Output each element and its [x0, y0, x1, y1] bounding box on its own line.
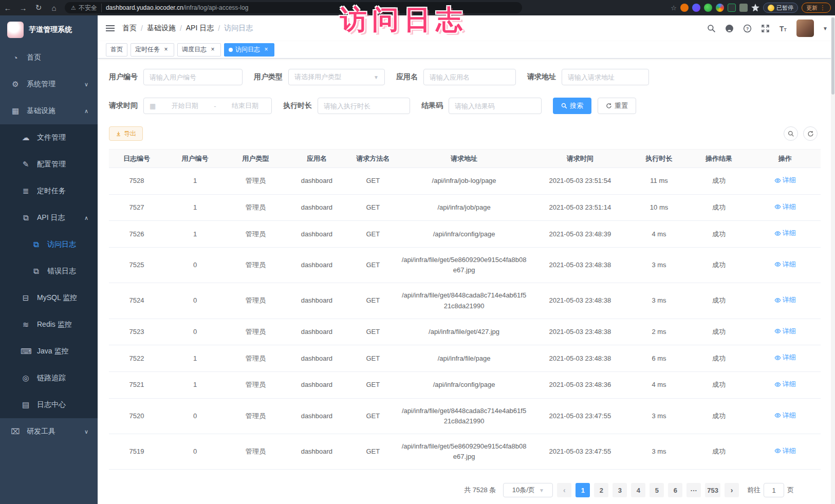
browser-back-icon[interactable]: ← — [0, 4, 15, 12]
detail-link[interactable]: 详细 — [774, 446, 796, 456]
cell-user_type: 管理员 — [226, 283, 285, 319]
browser-reload-icon[interactable]: ↻ — [31, 3, 46, 12]
date-range-picker[interactable]: ▦ 开始日期 - 结束日期 — [143, 98, 272, 114]
detail-link[interactable]: 详细 — [774, 228, 796, 238]
sidebar-item-access-log[interactable]: ⧉访问日志 — [0, 231, 98, 258]
extension-icon-6[interactable] — [739, 4, 748, 12]
fullscreen-icon[interactable] — [760, 24, 770, 33]
close-icon[interactable]: × — [263, 46, 270, 53]
table-row: 75230管理员dashboardGET/api/infra/file/get/… — [109, 319, 821, 345]
sidebar-item-infrastructure[interactable]: ▦基础设施∧ — [0, 98, 98, 124]
request-url-input[interactable] — [568, 73, 643, 81]
tab-定时任务[interactable]: 定时任务× — [131, 43, 174, 57]
browser-home-icon[interactable]: ⌂ — [46, 4, 62, 12]
sidebar-item-system-management[interactable]: ⚙系统管理∨ — [0, 71, 98, 98]
infra-icon: ▦ — [10, 106, 21, 116]
filter-label: 请求地址 — [527, 72, 562, 82]
extension-icon-1[interactable] — [680, 4, 689, 12]
pagination-total: 共 7528 条 — [464, 486, 496, 495]
page-button-5[interactable]: 5 — [650, 483, 664, 497]
logo-area[interactable]: 芋道管理系统 — [0, 15, 98, 44]
font-size-icon[interactable]: TT — [778, 24, 788, 33]
breadcrumb-item-0[interactable]: 首页 — [122, 24, 137, 33]
cell-url: /api/infra/file/get/8448cada8c714e4ab61f… — [398, 398, 530, 434]
column-header-请求地址: 请求地址 — [398, 150, 530, 168]
page-size-select[interactable]: 10条/页 ▼ — [503, 483, 553, 497]
tab-调度日志[interactable]: 调度日志× — [177, 43, 221, 57]
export-button[interactable]: 导出 — [109, 126, 143, 141]
detail-link[interactable]: 详细 — [774, 295, 796, 305]
sidebar-item-scheduled-jobs[interactable]: ≣定时任务 — [0, 178, 98, 204]
cell-time: 2021-05-03 23:51:14 — [530, 194, 630, 221]
docs-question-icon[interactable]: ? — [743, 24, 752, 33]
select-placeholder: 请选择用户类型 — [294, 72, 341, 82]
start-date-placeholder: 开始日期 — [172, 101, 198, 110]
detail-link[interactable]: 详细 — [774, 379, 796, 389]
toggle-search-icon[interactable] — [784, 126, 798, 141]
detail-link[interactable]: 详细 — [774, 259, 796, 270]
scrollbar-thumb[interactable] — [831, 17, 834, 95]
sidebar-item-label: 研发工具 — [27, 427, 55, 436]
reset-button[interactable]: 重置 — [598, 98, 636, 114]
search-button[interactable]: 搜索 — [553, 98, 591, 114]
search-icon[interactable] — [707, 24, 716, 33]
page-button-4[interactable]: 4 — [631, 483, 645, 497]
sidebar-item-redis-monitor[interactable]: ≋Redis 监控 — [0, 311, 98, 338]
detail-link[interactable]: 详细 — [774, 202, 796, 212]
sidebar-item-label: 文件管理 — [37, 133, 66, 142]
user-type-select[interactable]: 请选择用户类型▼ — [288, 69, 385, 85]
refresh-table-icon[interactable] — [803, 126, 818, 141]
more-pages-button[interactable]: ··· — [686, 483, 701, 497]
sidebar-item-trace[interactable]: ◎链路追踪 — [0, 365, 98, 391]
detail-link-label: 详细 — [783, 175, 796, 185]
extension-icon-2[interactable] — [692, 4, 700, 12]
sidebar-item-api-log[interactable]: ⧉API 日志∧ — [0, 204, 98, 231]
sidebar-item-log-center[interactable]: ▤日志中心 — [0, 391, 98, 418]
breadcrumb-item-1[interactable]: 基础设施 — [147, 24, 176, 33]
page-button-6[interactable]: 6 — [668, 483, 682, 497]
detail-link[interactable]: 详细 — [774, 175, 796, 185]
detail-link[interactable]: 详细 — [774, 352, 796, 363]
prev-page-button[interactable]: ‹ — [557, 483, 571, 497]
extension-icon-5[interactable] — [728, 4, 736, 12]
sidebar-item-config-management[interactable]: ✎配置管理 — [0, 151, 98, 178]
result-code-input[interactable] — [455, 102, 535, 110]
page-button-3[interactable]: 3 — [613, 483, 627, 497]
page-button-1[interactable]: 1 — [576, 483, 590, 497]
extension-icon-7[interactable] — [751, 4, 759, 12]
hamburger-icon[interactable] — [98, 25, 122, 31]
user-avatar[interactable] — [796, 20, 814, 37]
breadcrumb-item-2[interactable]: API 日志 — [186, 24, 214, 33]
address-bar[interactable]: ⚠ 不安全 dashboard.yudao.iocoder.cn/infra/l… — [65, 2, 522, 13]
paused-badge[interactable]: 已暂停 — [763, 3, 798, 13]
extension-icon-3[interactable] — [704, 4, 712, 12]
sidebar-item-home[interactable]: ◔首页 — [0, 44, 98, 71]
app-name-input[interactable] — [430, 73, 510, 81]
tab-访问日志[interactable]: 访问日志× — [224, 43, 274, 57]
sidebar-item-java-monitor[interactable]: ⌨Java 监控 — [0, 338, 98, 365]
detail-link[interactable]: 详细 — [774, 326, 796, 337]
next-page-button[interactable]: › — [725, 483, 739, 497]
sidebar-item-mysql-monitor[interactable]: ⊟MySQL 监控 — [0, 285, 98, 311]
filter-label: 结果码 — [421, 101, 449, 110]
update-button[interactable]: 更新⋮ — [802, 3, 831, 13]
goto-page-input[interactable] — [764, 483, 784, 497]
avatar-caret-down-icon[interactable]: ▼ — [823, 26, 828, 31]
duration-input[interactable] — [324, 102, 404, 110]
page-button-753[interactable]: 753 — [705, 483, 720, 497]
bookmark-star-icon[interactable]: ☆ — [671, 4, 677, 12]
sidebar-item-file-management[interactable]: ☁文件管理 — [0, 124, 98, 151]
user-id-input[interactable] — [150, 73, 236, 81]
extension-icon-4[interactable] — [716, 4, 724, 12]
sidebar-item-error-log[interactable]: ⧉错误日志 — [0, 258, 98, 285]
page-button-2[interactable]: 2 — [594, 483, 608, 497]
github-icon[interactable] — [725, 24, 734, 33]
browser-forward-icon[interactable]: → — [15, 4, 31, 12]
tab-首页[interactable]: 首页 — [106, 43, 127, 57]
page-scrollbar[interactable] — [831, 15, 835, 504]
browser-menu-icon[interactable]: ⋮ — [820, 4, 826, 11]
sidebar-item-dev-tools[interactable]: ⌧研发工具∨ — [0, 418, 98, 445]
close-icon[interactable]: × — [209, 46, 216, 53]
close-icon[interactable]: × — [162, 46, 170, 53]
detail-link[interactable]: 详细 — [774, 410, 796, 421]
